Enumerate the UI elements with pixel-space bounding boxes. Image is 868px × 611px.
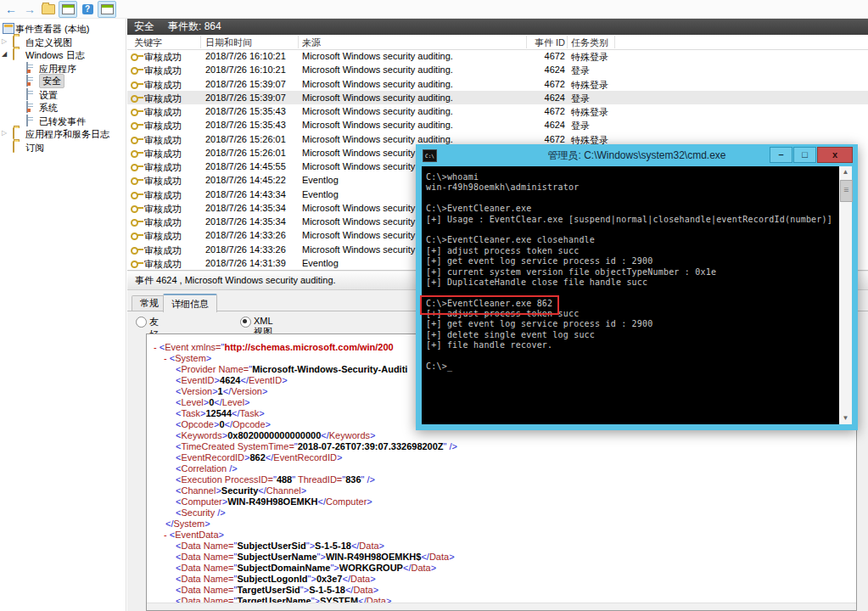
column-task[interactable]: 任务类别: [571, 36, 608, 49]
xml-token: TimeCreated: [181, 441, 234, 451]
tree-item-label: 应用程序和服务日志: [25, 128, 109, 141]
xml-token: Data: [181, 541, 200, 551]
xml-token: </: [421, 552, 428, 562]
keyword-cell: 审核成功: [144, 161, 182, 174]
sidebar-item-已转发事件[interactable]: 已转发事件: [0, 115, 2, 127]
xml-token: >: [219, 530, 224, 540]
xml-line: <Data Name="TargetUserSid">S-1-5-18</Dat…: [147, 585, 856, 596]
sidebar-item-自定义视图[interactable]: ▷自定义视图: [0, 36, 2, 48]
key-icon: [131, 121, 143, 130]
key-icon: [131, 136, 143, 144]
show-action-pane-button[interactable]: [98, 1, 116, 18]
table-row[interactable]: 审核成功2018/7/26 15:35:43Microsoft Windows …: [127, 104, 868, 118]
xml-token: SubjectLogonId: [237, 574, 307, 584]
xml-token: Task: [240, 408, 260, 418]
xml-token: >: [244, 397, 249, 407]
scroll-up-icon[interactable]: ▲: [839, 166, 852, 178]
event-viewer-icon: [3, 23, 14, 34]
xml-token: -: [164, 530, 170, 540]
table-row[interactable]: 审核成功2018/7/26 16:10:21Microsoft Windows …: [127, 63, 868, 76]
xml-horizontal-scrollbar[interactable]: [147, 603, 856, 610]
scrollbar-thumb[interactable]: ☰: [840, 180, 853, 202]
column-divider[interactable]: [298, 36, 299, 48]
tab-general[interactable]: 常规: [132, 295, 167, 311]
keyword-cell: 审核成功: [144, 258, 182, 271]
xml-line: </System>: [147, 519, 856, 530]
xml-token: </: [321, 430, 328, 440]
key-icon: [131, 205, 143, 213]
column-divider[interactable]: [614, 36, 615, 48]
xml-line: <Keywords>0x8020000000000000</Keywords>: [147, 430, 856, 441]
xml-token: >: [259, 408, 264, 418]
expand-icon[interactable]: ▷: [2, 129, 7, 137]
source-cell: Microsoft Windows security auditing.: [302, 120, 453, 130]
log-title: 安全: [134, 19, 154, 35]
scroll-down-icon[interactable]: ▼: [839, 412, 852, 424]
sidebar-item-应用程序和服务日志[interactable]: ▷应用程序和服务日志: [0, 127, 2, 140]
table-row[interactable]: 审核成功2018/7/26 16:10:21Microsoft Windows …: [127, 49, 868, 63]
keyword-cell: 审核成功: [144, 79, 182, 92]
sidebar-item-安全[interactable]: 安全: [0, 75, 2, 87]
xml-view-radio[interactable]: [240, 317, 251, 328]
table-row[interactable]: 审核成功2018/7/26 15:39:07Microsoft Windows …: [127, 91, 868, 104]
xml-token: Level: [222, 397, 244, 407]
tree-item-label: 设置: [39, 89, 58, 102]
xml-token: WIN-R49H98OEMKH$: [326, 552, 421, 562]
maximize-button[interactable]: □: [793, 147, 816, 163]
xml-token: Task: [181, 408, 200, 418]
xml-token: </: [258, 485, 266, 496]
key-icon: [131, 53, 143, 61]
xml-token: S-1-5-18: [309, 585, 345, 595]
column-divider[interactable]: [200, 36, 201, 48]
event-id-cell: 4672: [492, 134, 565, 144]
help-button[interactable]: ?: [79, 2, 96, 17]
cmd-scrollbar[interactable]: ▲ ☰ ▼: [839, 166, 852, 424]
sidebar-item-系统[interactable]: 系统: [0, 101, 2, 114]
column-source[interactable]: 来源: [302, 36, 321, 49]
xml-line: <Data Name="SubjectDomainName">WORKGROUP…: [147, 563, 856, 574]
sidebar-item-设置[interactable]: 设置: [0, 88, 2, 101]
sidebar-item-Windows-日志[interactable]: ◢Windows 日志: [0, 48, 2, 61]
collapse-icon[interactable]: ◢: [2, 50, 7, 58]
column-event-id[interactable]: 事件 ID: [492, 36, 565, 49]
expand-icon[interactable]: ▷: [2, 37, 7, 45]
sidebar-item-订阅[interactable]: 订阅: [0, 141, 2, 154]
table-row[interactable]: 审核成功2018/7/26 15:35:43Microsoft Windows …: [127, 118, 868, 132]
xml-token: Level: [181, 397, 203, 407]
xml-token: ">: [306, 541, 315, 551]
xml-token: Keywords: [329, 430, 370, 440]
xml-token: WIN-R49H98OEMKH: [227, 496, 317, 507]
xml-token: >: [206, 353, 211, 363]
table-row[interactable]: 审核成功2018/7/26 15:39:07Microsoft Windows …: [127, 77, 868, 91]
friendly-view-radio[interactable]: [136, 317, 147, 328]
back-button[interactable]: ←: [3, 2, 20, 17]
xml-token: -: [164, 353, 170, 363]
console-line: [+] current system version file objectTy…: [426, 267, 835, 277]
console-line: [426, 225, 835, 235]
forward-button[interactable]: →: [21, 2, 38, 17]
column-divider[interactable]: [526, 36, 527, 48]
xml-token: " />: [361, 474, 375, 485]
column-divider[interactable]: [567, 36, 568, 48]
console-line: [+] get event log service process id : 2…: [426, 256, 835, 266]
xml-token: </: [345, 585, 353, 595]
close-button[interactable]: x: [817, 147, 853, 163]
open-button[interactable]: [40, 2, 57, 17]
sidebar-item-应用程序[interactable]: 应用程序: [0, 62, 2, 75]
xml-token: System: [173, 519, 204, 529]
minimize-button[interactable]: –: [770, 147, 792, 163]
source-cell: Eventlog: [302, 258, 339, 268]
cmd-titlebar[interactable]: C:\ 管理员: C:\Windows\system32\cmd.exe – □…: [416, 144, 858, 166]
column-keywords[interactable]: 关键字: [134, 36, 162, 49]
forward-arrow-icon: →: [24, 3, 36, 15]
xml-token: xmlns=: [188, 342, 221, 352]
datetime-cell: 2018/7/26 14:33:26: [205, 244, 286, 255]
show-console-tree-button[interactable]: [59, 1, 77, 18]
column-datetime[interactable]: 日期和时间: [205, 36, 252, 49]
task-cell: 特殊登录: [571, 106, 608, 119]
source-cell: Eventlog: [302, 189, 339, 199]
tab-details[interactable]: 详细信息: [163, 294, 217, 312]
xml-token: >: [370, 574, 375, 584]
key-icon: [131, 163, 143, 171]
console-line: [426, 351, 835, 362]
